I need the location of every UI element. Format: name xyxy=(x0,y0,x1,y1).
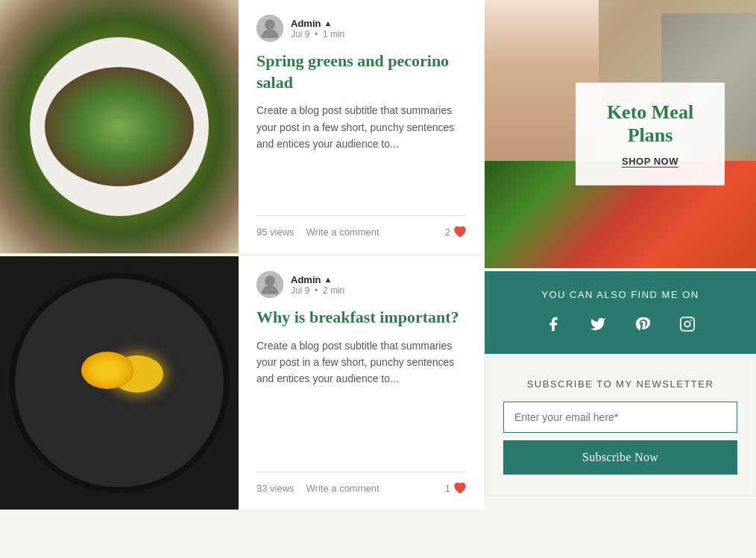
post-excerpt-2: Create a blog post subtitle that summari… xyxy=(256,337,467,460)
post-read-time-1: 1 min xyxy=(323,29,344,39)
keto-title: Keto Meal Plans xyxy=(596,101,704,147)
heart-icon-1 xyxy=(453,225,467,238)
author-row-2: Admin ▲ Jul 9 • 2 min xyxy=(256,271,467,298)
author-name-2: Admin ▲ xyxy=(291,274,344,285)
twitter-icon[interactable] xyxy=(586,312,610,336)
facebook-icon[interactable] xyxy=(541,312,565,336)
avatar-2 xyxy=(256,271,283,298)
post-meta-1: Jul 9 • 1 min xyxy=(291,29,344,39)
write-comment-1[interactable]: Write a comment xyxy=(306,226,379,238)
main-layout: Admin ▲ Jul 9 • 1 min Spring greens and … xyxy=(0,0,756,558)
post-1-image[interactable] xyxy=(0,0,239,253)
author-name-text-1: Admin xyxy=(291,18,321,29)
like-count-2: 1 xyxy=(445,483,450,494)
like-section-1[interactable]: 2 xyxy=(445,225,467,238)
social-label: YOU CAN ALSO FIND ME ON xyxy=(500,289,741,300)
blog-card-1: Admin ▲ Jul 9 • 1 min Spring greens and … xyxy=(0,0,485,253)
post-title-2[interactable]: Why is breakfast important? xyxy=(256,307,467,329)
write-comment-2[interactable]: Write a comment xyxy=(306,483,379,494)
social-icons xyxy=(500,312,741,336)
keto-overlay: Keto Meal Plans SHOP NOW xyxy=(576,83,725,186)
post-2-image[interactable] xyxy=(0,256,239,510)
like-section-2[interactable]: 1 xyxy=(445,481,467,495)
avatar-icon-1 xyxy=(256,15,283,42)
author-row-1: Admin ▲ Jul 9 • 1 min xyxy=(256,15,467,42)
post-1-content: Admin ▲ Jul 9 • 1 min Spring greens and … xyxy=(239,0,485,253)
author-info-2: Admin ▲ Jul 9 • 2 min xyxy=(291,274,344,296)
author-info-1: Admin ▲ Jul 9 • 1 min xyxy=(291,18,344,39)
post-excerpt-1: Create a blog post subtitle that summari… xyxy=(256,102,467,203)
heart-icon-2 xyxy=(453,481,467,495)
post-stats-1: 95 views Write a comment xyxy=(256,226,379,238)
avatar-1 xyxy=(256,15,283,42)
sidebar-column: Keto Meal Plans SHOP NOW YOU CAN ALSO FI… xyxy=(485,0,756,558)
views-count-2: 33 views xyxy=(256,483,294,494)
post-stats-2: 33 views Write a comment xyxy=(256,483,379,494)
admin-badge-2: ▲ xyxy=(324,275,332,284)
email-input[interactable] xyxy=(503,402,737,433)
svg-point-2 xyxy=(690,320,692,321)
newsletter-section: SUBSCRIBE TO MY NEWSLETTER Subscribe Now xyxy=(485,357,756,496)
post-2-content: Admin ▲ Jul 9 • 2 min Why is breakfast i… xyxy=(239,256,485,510)
views-count-1: 95 views xyxy=(256,226,294,238)
keto-banner[interactable]: Keto Meal Plans SHOP NOW xyxy=(485,0,756,268)
social-section: YOU CAN ALSO FIND ME ON xyxy=(485,271,756,354)
post-footer-1: 95 views Write a comment 2 xyxy=(256,215,467,238)
admin-badge-1: ▲ xyxy=(324,19,332,28)
post-date-2: Jul 9 xyxy=(291,285,309,296)
blog-card-2: Admin ▲ Jul 9 • 2 min Why is breakfast i… xyxy=(0,256,485,510)
author-name-text-2: Admin xyxy=(291,274,321,285)
post-footer-2: 33 views Write a comment 1 xyxy=(256,472,467,495)
instagram-icon[interactable] xyxy=(675,312,699,336)
post-date-1: Jul 9 xyxy=(291,29,309,39)
author-name-1: Admin ▲ xyxy=(291,18,344,29)
svg-point-1 xyxy=(684,321,690,326)
newsletter-label: SUBSCRIBE TO MY NEWSLETTER xyxy=(503,378,737,390)
like-count-1: 2 xyxy=(445,226,450,238)
avatar-icon-2 xyxy=(256,271,283,298)
svg-rect-0 xyxy=(681,317,694,331)
post-meta-2: Jul 9 • 2 min xyxy=(291,285,344,296)
post-read-time-2: 2 min xyxy=(323,285,344,296)
post-title-1[interactable]: Spring greens and pecorino salad xyxy=(256,51,467,93)
blog-column: Admin ▲ Jul 9 • 1 min Spring greens and … xyxy=(0,0,485,558)
pinterest-icon[interactable] xyxy=(631,312,655,336)
keto-shop-link[interactable]: SHOP NOW xyxy=(622,156,678,167)
subscribe-button[interactable]: Subscribe Now xyxy=(503,440,737,475)
